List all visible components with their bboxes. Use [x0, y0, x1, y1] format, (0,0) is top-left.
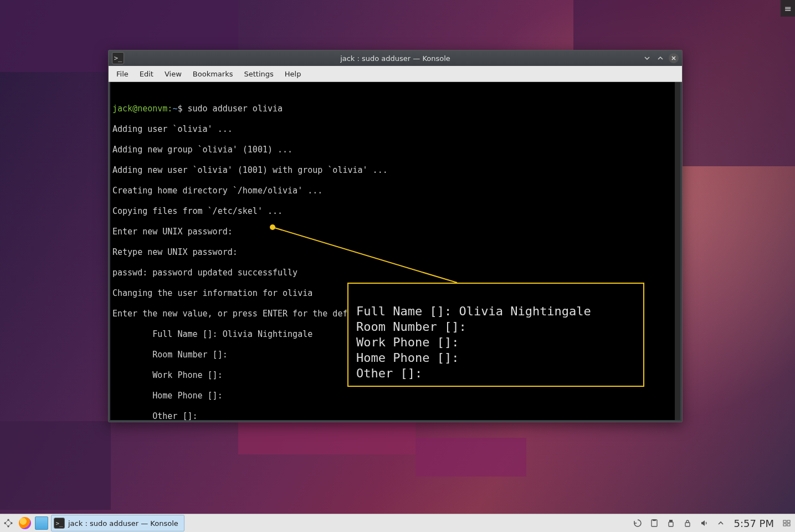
svg-rect-8 [685, 523, 690, 526]
plasma-logo-icon [3, 518, 14, 529]
terminal-output: Room Number []: [112, 350, 678, 360]
terminal-output: Work Phone []: [112, 370, 678, 381]
menu-file[interactable]: File [111, 66, 134, 81]
terminal-scrollbar[interactable] [675, 82, 680, 420]
terminal-output: Adding new user `olivia' (1001) with gro… [112, 165, 678, 176]
menubar: File Edit View Bookmarks Settings Help [109, 66, 682, 82]
tray-clipboard[interactable] [647, 515, 662, 531]
terminal-output: Retype new UNIX password: [112, 247, 678, 258]
tray-expand[interactable] [713, 515, 729, 531]
tray-lock[interactable] [680, 515, 695, 531]
chevron-down-icon [644, 55, 650, 62]
firefox-launcher[interactable] [17, 515, 33, 531]
menu-help[interactable]: Help [279, 66, 307, 81]
volume-icon [700, 519, 709, 528]
task-label: jack : sudo adduser — Konsole [68, 519, 178, 528]
menu-settings[interactable]: Settings [238, 66, 279, 81]
svg-rect-5 [653, 519, 656, 521]
window-titlebar[interactable]: >_ jack : sudo adduser — Konsole [109, 50, 682, 66]
lock-icon [683, 519, 692, 528]
svg-rect-11 [783, 524, 786, 526]
konsole-window: >_ jack : sudo adduser — Konsole File Ed… [108, 50, 683, 422]
tray-show-desktop[interactable] [779, 515, 794, 531]
terminal-output: Home Phone []: [112, 391, 678, 401]
files-icon [35, 516, 48, 530]
terminal-output: passwd: password updated successfully [112, 268, 678, 278]
svg-rect-9 [783, 520, 786, 523]
tray-volume[interactable] [696, 515, 712, 531]
updates-icon [633, 519, 642, 528]
side-panel-toggle[interactable]: ≡ [781, 0, 795, 17]
firefox-icon [19, 517, 31, 529]
tray-usb[interactable] [663, 515, 679, 531]
command-text: sudo adduser olivia [187, 104, 283, 114]
svg-rect-10 [787, 520, 790, 523]
task-konsole[interactable]: >_ jack : sudo adduser — Konsole [51, 515, 184, 531]
hamburger-icon: ≡ [784, 3, 791, 14]
svg-rect-12 [787, 524, 790, 526]
chevron-up-icon [657, 55, 664, 62]
menu-bookmarks[interactable]: Bookmarks [187, 66, 239, 81]
terminal-output: Adding user `olivia' ... [112, 124, 678, 135]
files-launcher[interactable] [34, 515, 49, 531]
terminal-output: Adding new group `olivia' (1001) ... [112, 145, 678, 155]
terminal-output: Enter new UNIX password: [112, 227, 678, 237]
tray-updates[interactable] [630, 515, 645, 531]
prompt-userhost: jack@neonvm [112, 104, 167, 114]
taskbar: >_ jack : sudo adduser — Konsole 5:57 PM [0, 514, 795, 532]
menu-view[interactable]: View [159, 66, 187, 81]
terminal-output: Changing the user information for olivia [112, 288, 678, 299]
clipboard-icon [650, 519, 659, 528]
window-title: jack : sudo adduser — Konsole [109, 54, 682, 63]
panel-clock[interactable]: 5:57 PM [729, 518, 778, 529]
konsole-task-icon: >_ [54, 518, 65, 529]
maximize-button[interactable] [655, 53, 665, 63]
usb-icon [666, 519, 675, 528]
terminal-output: Other []: [112, 411, 678, 420]
application-launcher[interactable] [1, 515, 16, 531]
close-icon [670, 55, 677, 62]
terminal-output: Copying files from `/etc/skel' ... [112, 206, 678, 217]
menu-edit[interactable]: Edit [134, 66, 159, 81]
minimize-button[interactable] [642, 53, 652, 63]
terminal-output: Creating home directory `/home/olivia' .… [112, 186, 678, 196]
terminal-output: Full Name []: Olivia Nightingale [112, 329, 678, 340]
konsole-app-icon: >_ [112, 52, 124, 64]
chevron-up-icon [716, 519, 725, 528]
terminal-viewport[interactable]: jack@neonvm:~$ sudo adduser olivia Addin… [110, 82, 680, 420]
terminal-output: Enter the new value, or press ENTER for … [112, 309, 678, 319]
svg-rect-7 [669, 522, 673, 526]
show-desktop-icon [782, 519, 791, 528]
close-button[interactable] [669, 53, 679, 63]
prompt-line: jack@neonvm:~$ sudo adduser olivia [112, 104, 678, 114]
